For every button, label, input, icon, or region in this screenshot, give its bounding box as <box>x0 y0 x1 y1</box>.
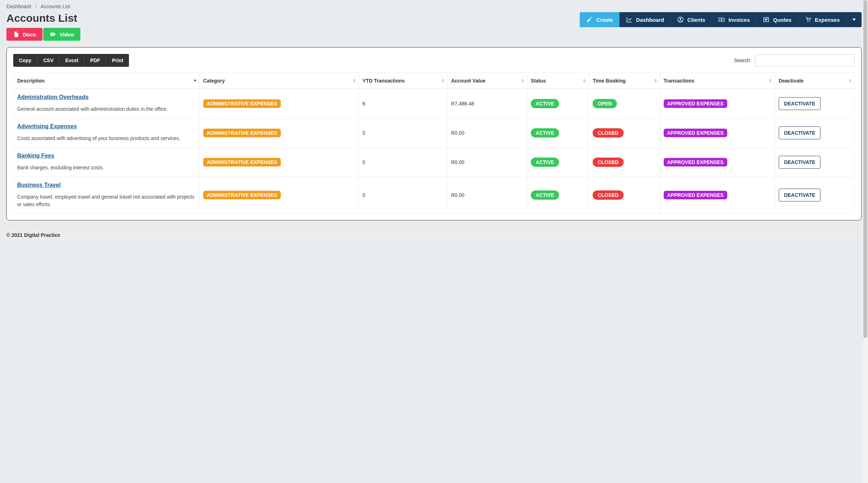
sort-icon <box>849 79 852 83</box>
docs-button[interactable]: Docs <box>6 28 43 41</box>
category-badge: ADMINISTRATIVE EXPENSES <box>203 191 281 199</box>
nav-more-dropdown[interactable] <box>847 12 862 27</box>
account-value: R0.00 <box>447 148 527 177</box>
col-transactions[interactable]: Transactions <box>660 73 775 89</box>
category-badge: ADMINISTRATIVE EXPENSES <box>203 129 281 137</box>
account-description: General account associated with adminins… <box>17 105 196 113</box>
account-description: Bank charges, excluding interest costs. <box>17 164 196 171</box>
export-pdf[interactable]: PDF <box>84 54 106 67</box>
cart-icon <box>805 16 811 23</box>
table-row: Banking Fees Bank charges, excluding int… <box>14 148 855 177</box>
create-button[interactable]: Create <box>580 12 620 27</box>
sort-icon <box>353 79 356 83</box>
footer: © 2021 Digital Practice <box>0 227 868 243</box>
time-booking-badge: OPEN <box>593 99 617 108</box>
deactivate-button[interactable]: DEACTIVATE <box>779 126 820 139</box>
col-time[interactable]: Time Booking <box>589 73 660 89</box>
time-booking-badge: CLOSED <box>593 190 623 200</box>
breadcrumb-separator: / <box>35 4 36 9</box>
video-icon <box>50 31 56 38</box>
col-deactivate[interactable]: Deactivate <box>775 73 854 89</box>
breadcrumb-dashboard[interactable]: Dashboard <box>6 4 31 9</box>
nav-dashboard[interactable]: Dashboard <box>620 12 671 27</box>
search-input[interactable] <box>755 54 855 66</box>
accounts-card: Copy CSV Excel PDF Print Search: Descrip… <box>6 47 862 220</box>
status-badge: ACTIVE <box>531 128 559 138</box>
svg-point-1 <box>680 18 682 20</box>
account-value: R7,486.48 <box>447 89 527 118</box>
table-row: Advertising Expenses Costs associated wi… <box>14 118 855 148</box>
video-button[interactable]: Video <box>43 28 81 41</box>
nav-quotes[interactable]: Quotes <box>757 12 798 27</box>
status-badge: ACTIVE <box>531 158 559 167</box>
edit-icon <box>586 16 593 23</box>
account-title-link[interactable]: Banking Fees <box>17 153 54 159</box>
category-badge: ADMINISTRATIVE EXPENSES <box>203 158 281 166</box>
nav-invoices[interactable]: Invoices <box>712 12 757 27</box>
ytd-value: 0 <box>359 118 447 148</box>
user-circle-icon <box>677 16 684 23</box>
accounts-table: Description Category YTD Transactions Ac… <box>13 73 855 214</box>
ytd-value: 0 <box>359 177 447 214</box>
nav-expenses-label: Expenses <box>815 17 840 23</box>
nav-expenses[interactable]: Expenses <box>798 12 847 27</box>
video-label: Video <box>60 31 74 38</box>
create-label: Create <box>596 17 613 23</box>
time-booking-badge: CLOSED <box>593 158 623 167</box>
list-icon <box>763 16 769 23</box>
nav-dashboard-label: Dashboard <box>636 17 664 23</box>
export-excel[interactable]: Excel <box>60 54 85 67</box>
sort-desc-icon <box>194 80 196 82</box>
export-buttons: Copy CSV Excel PDF Print <box>13 54 129 67</box>
table-row: Business Travel Company travel, employee… <box>14 177 855 214</box>
account-value: R0.00 <box>447 118 527 148</box>
search-label: Search: <box>734 58 751 63</box>
document-icon <box>13 31 19 38</box>
svg-point-5 <box>807 21 808 22</box>
ytd-value: 6 <box>359 89 447 118</box>
export-csv[interactable]: CSV <box>38 54 60 67</box>
docs-label: Docs <box>23 31 36 38</box>
category-badge: ADMINISTRATIVE EXPENSES <box>203 99 281 108</box>
money-bill-icon <box>718 16 725 23</box>
status-badge: ACTIVE <box>531 190 559 200</box>
account-value: R0.00 <box>447 177 527 214</box>
nav-quotes-label: Quotes <box>773 17 792 23</box>
col-ytd[interactable]: YTD Transactions <box>359 73 447 89</box>
account-title-link[interactable]: Advertising Expenses <box>17 123 77 130</box>
status-badge: ACTIVE <box>531 99 559 108</box>
sort-icon <box>769 79 772 83</box>
table-row: Administration Overheads General account… <box>14 89 855 118</box>
svg-point-6 <box>809 21 810 22</box>
ytd-value: 0 <box>359 148 447 177</box>
export-copy[interactable]: Copy <box>13 54 38 67</box>
nav-invoices-label: Invoices <box>728 17 750 23</box>
account-title-link[interactable]: Administration Overheads <box>17 94 89 100</box>
caret-down-icon <box>852 19 856 21</box>
transactions-badge[interactable]: APPROVED EXPENSES <box>664 129 727 137</box>
deactivate-button[interactable]: DEACTIVATE <box>779 189 820 201</box>
page-title: Accounts List <box>6 12 80 24</box>
sort-icon <box>521 79 524 83</box>
transactions-badge[interactable]: APPROVED EXPENSES <box>664 158 727 166</box>
nav-clients[interactable]: Clients <box>671 12 712 27</box>
sort-icon <box>442 79 444 83</box>
transactions-badge[interactable]: APPROVED EXPENSES <box>664 99 727 108</box>
scrollbar-track[interactable] <box>863 0 868 243</box>
account-description: Costs associated with advertising of you… <box>17 135 196 142</box>
col-category[interactable]: Category <box>199 73 359 89</box>
scrollbar-thumb[interactable] <box>863 0 867 243</box>
nav-tabs: Create Dashboard Clients Invoices Quotes… <box>580 12 862 27</box>
col-status[interactable]: Status <box>527 73 589 89</box>
export-print[interactable]: Print <box>106 54 129 67</box>
col-description[interactable]: Description <box>14 73 200 89</box>
transactions-badge[interactable]: APPROVED EXPENSES <box>664 191 727 199</box>
sort-icon <box>583 79 586 83</box>
account-title-link[interactable]: Business Travel <box>17 182 61 188</box>
deactivate-button[interactable]: DEACTIVATE <box>779 97 820 110</box>
nav-clients-label: Clients <box>687 17 705 23</box>
svg-point-3 <box>721 19 723 21</box>
deactivate-button[interactable]: DEACTIVATE <box>779 156 820 169</box>
sort-icon <box>654 79 657 83</box>
col-value[interactable]: Account Value <box>447 73 527 89</box>
